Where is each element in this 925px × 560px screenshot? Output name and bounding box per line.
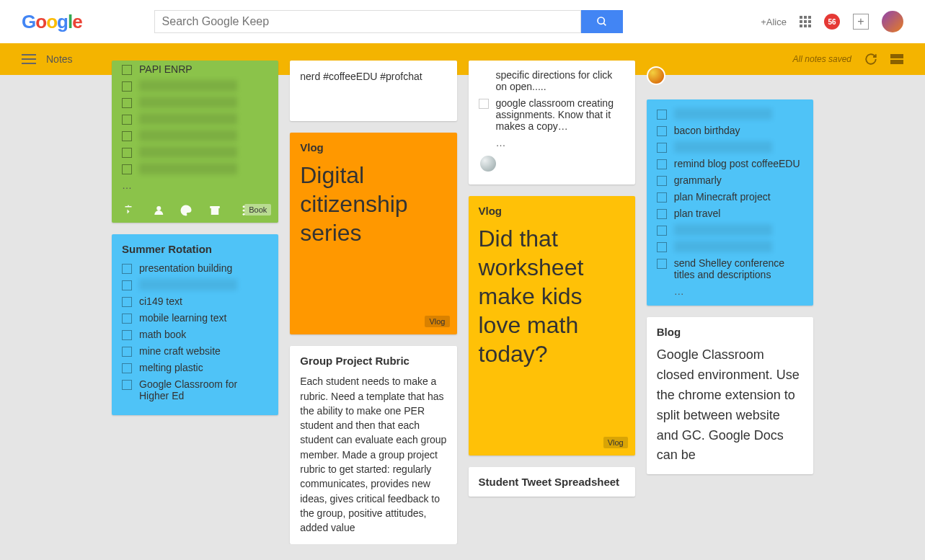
list-item-label: ci149 text	[139, 295, 182, 307]
menu-icon[interactable]	[22, 54, 36, 64]
more-icon[interactable]	[237, 204, 250, 217]
view-toggle-icon[interactable]	[890, 54, 903, 64]
list-item[interactable]: redacted content here	[122, 97, 268, 108]
note-vlog-yellow[interactable]: Vlog Did that worksheet make kids love m…	[469, 196, 635, 455]
checkbox[interactable]	[122, 330, 132, 340]
checkbox[interactable]	[122, 81, 132, 92]
checkbox[interactable]	[657, 159, 667, 169]
checkbox[interactable]	[122, 148, 132, 158]
checkbox[interactable]	[122, 264, 132, 274]
avatar[interactable]	[882, 11, 903, 32]
list-item[interactable]: redacted content here	[122, 80, 268, 92]
list-item[interactable]: redacted content here	[122, 113, 268, 125]
checkbox[interactable]	[657, 176, 667, 186]
note-title: Blog	[657, 326, 803, 338]
checkbox[interactable]	[122, 98, 132, 108]
note-vlog-orange[interactable]: Vlog Digital citizenship series Vlog	[290, 133, 456, 334]
list-item[interactable]: mobile learning text	[122, 312, 268, 324]
checkbox[interactable]	[657, 192, 667, 203]
notes-grid: PAPI ENRPredacted content hereredacted c…	[0, 75, 925, 544]
checkbox[interactable]	[122, 297, 132, 307]
note-title: Group Project Rubric	[300, 355, 446, 367]
apps-icon[interactable]	[800, 16, 811, 27]
svg-point-0	[598, 17, 604, 24]
search-button[interactable]	[581, 10, 623, 33]
archive-icon[interactable]	[208, 204, 221, 217]
note-body: Google Classroom closed environment. Use…	[657, 345, 803, 466]
refresh-icon[interactable]	[864, 53, 877, 66]
checkbox[interactable]	[122, 347, 132, 357]
list-item[interactable]: redacted content here	[657, 141, 803, 153]
checkbox[interactable]	[479, 99, 489, 109]
list-item[interactable]: google classroom creating assignments. K…	[479, 97, 625, 132]
checkbox[interactable]	[657, 242, 667, 252]
note-title: Summer Rotation	[122, 243, 268, 255]
checkbox[interactable]	[122, 164, 132, 174]
list-item-label: redacted content here	[139, 279, 237, 290]
list-item[interactable]: specific directions for click on open...…	[479, 69, 625, 92]
list-item-label: redacted content here	[674, 224, 772, 236]
list-item[interactable]: redacted content here	[122, 146, 268, 158]
checkbox[interactable]	[657, 110, 667, 120]
list-item-label: redacted content here	[139, 97, 237, 108]
list-item-label: redacted content here	[139, 146, 237, 158]
checkbox[interactable]	[122, 363, 132, 373]
notifications-badge[interactable]: 56	[824, 14, 840, 30]
list-item[interactable]: redacted content here	[122, 163, 268, 174]
top-header: Google +Alice 56 +	[0, 0, 925, 43]
checkbox[interactable]	[657, 226, 667, 236]
list-item[interactable]: grammarly	[657, 174, 803, 186]
list-item[interactable]: math book	[122, 329, 268, 340]
list-item[interactable]: presentation building	[122, 262, 268, 274]
color-icon[interactable]	[180, 204, 192, 217]
checkbox[interactable]	[657, 143, 667, 153]
list-item[interactable]: redacted content here	[657, 241, 803, 252]
checkbox[interactable]	[657, 126, 667, 136]
checkbox[interactable]	[122, 314, 132, 324]
list-item[interactable]: redacted content here	[122, 130, 268, 141]
list-item-label: plan Minecraft project	[674, 191, 771, 203]
svg-point-5	[243, 210, 245, 212]
note-tweet-spreadsheet[interactable]: Student Tweet Spreadsheet	[469, 467, 635, 497]
checkbox[interactable]	[122, 131, 132, 141]
list-item-label: redacted content here	[139, 163, 237, 174]
collaborator-icon[interactable]	[151, 204, 164, 217]
checkbox[interactable]	[122, 380, 132, 390]
list-item[interactable]: plan Minecraft project	[657, 191, 803, 203]
list-item[interactable]: plan travel	[657, 208, 803, 219]
list-item[interactable]: melting plastic	[122, 362, 268, 373]
list-item-label: redacted content here	[139, 130, 237, 141]
user-label[interactable]: +Alice	[761, 17, 787, 27]
list-item[interactable]: redacted content here	[657, 224, 803, 236]
note-classroom-snippet[interactable]: specific directions for click on open...…	[469, 61, 635, 185]
list-item[interactable]: remind blog post coffeeEDU	[657, 158, 803, 169]
note-green-list[interactable]: PAPI ENRPredacted content hereredacted c…	[112, 61, 278, 223]
note-summer-rotation[interactable]: Summer Rotation presentation buildingred…	[112, 234, 278, 415]
note-snippet-top[interactable]: nerd #coffeeEDU #profchat	[290, 61, 456, 121]
list-item[interactable]: redacted content here	[122, 279, 268, 290]
checkbox[interactable]	[657, 209, 667, 219]
checkbox[interactable]	[657, 259, 667, 269]
shared-avatar[interactable]	[647, 66, 665, 85]
shared-avatar[interactable]	[479, 154, 497, 173]
list-item[interactable]: PAPI ENRP	[122, 63, 268, 75]
reminder-icon[interactable]	[122, 204, 135, 217]
list-item-label: grammarly	[674, 174, 722, 186]
list-item[interactable]: ci149 text	[122, 295, 268, 307]
checkbox[interactable]	[122, 280, 132, 290]
note-blog[interactable]: Blog Google Classroom closed environment…	[647, 317, 813, 474]
list-item[interactable]: bacon birthday	[657, 125, 803, 136]
note-rubric[interactable]: Group Project Rubric Each student needs …	[290, 346, 456, 543]
list-item[interactable]: redacted content here	[657, 108, 803, 120]
list-item[interactable]: send Shelley conference titles and descr…	[657, 257, 803, 280]
more-indicator: …	[122, 179, 268, 191]
checkbox[interactable]	[122, 65, 132, 75]
list-item[interactable]: mine craft website	[122, 345, 268, 357]
list-item[interactable]: Google Classroom for Higher Ed	[122, 378, 268, 401]
note-todo-blue[interactable]: redacted content herebacon birthdayredac…	[647, 99, 813, 306]
note-tag: Vlog	[603, 437, 628, 448]
share-icon[interactable]: +	[853, 14, 869, 30]
svg-point-2	[156, 206, 161, 210]
search-input[interactable]	[154, 10, 581, 33]
checkbox[interactable]	[122, 115, 132, 125]
